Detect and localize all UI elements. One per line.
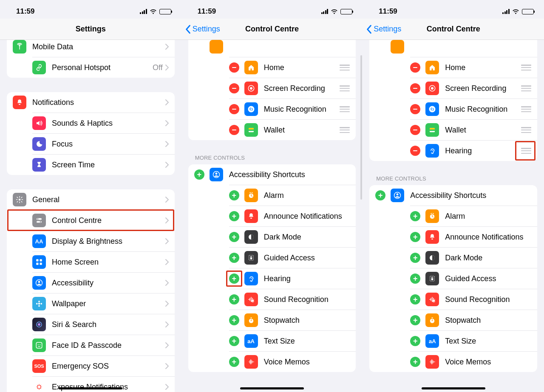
cc-row-accessibility-shortcuts[interactable]: Accessibility Shortcuts <box>188 164 356 185</box>
add-button[interactable] <box>229 190 239 200</box>
cc-row-stopwatch[interactable]: Stopwatch <box>410 310 537 330</box>
add-button[interactable] <box>410 336 420 346</box>
remove-button[interactable] <box>410 104 420 114</box>
remove-button[interactable] <box>410 83 420 93</box>
settings-row-screen-time[interactable]: Screen Time <box>32 154 175 175</box>
chevron-right-icon <box>165 384 169 390</box>
settings-row-notifications[interactable]: Notifications <box>7 92 175 113</box>
cc-row-guided-access[interactable]: Guided Access <box>410 268 537 289</box>
back-button[interactable]: Settings <box>366 25 401 34</box>
cc-row-home[interactable]: Home <box>410 57 537 78</box>
drag-handle-icon[interactable] <box>521 64 531 71</box>
settings-row-home-screen[interactable]: Home Screen <box>32 251 175 272</box>
remove-button[interactable] <box>410 125 420 135</box>
row-label: Home <box>264 63 340 72</box>
add-button[interactable] <box>229 315 239 325</box>
settings-row-accessibility[interactable]: Accessibility <box>32 272 175 293</box>
status-bar: 11:59 <box>181 0 363 19</box>
drag-handle-icon[interactable] <box>340 126 350 134</box>
cc-row-guided-access[interactable]: Guided Access <box>229 247 356 268</box>
add-button[interactable] <box>410 315 420 325</box>
add-button[interactable] <box>410 253 420 263</box>
settings-row-control-centre[interactable]: Control Centre <box>32 210 175 231</box>
settings-row-sounds[interactable]: Sounds & Haptics <box>32 113 175 133</box>
drag-handle-icon[interactable] <box>521 105 531 113</box>
add-button[interactable] <box>194 169 204 180</box>
cc-row-announce-notifications[interactable]: Announce Notifications <box>229 206 356 226</box>
scrollbar[interactable] <box>360 55 362 200</box>
cc-row-music-recognition[interactable]: Music Recognition <box>410 99 537 119</box>
row-label: Music Recognition <box>264 105 340 114</box>
cc-row-voice-memos[interactable]: Voice Memos <box>410 351 537 372</box>
cc-row-text-size[interactable]: aAText Size <box>229 330 356 351</box>
cc-row-home[interactable]: Home <box>229 57 356 78</box>
cc-row-wallet[interactable]: Wallet <box>410 119 537 140</box>
settings-row-emergency[interactable]: SOSEmergency SOS <box>32 355 175 376</box>
settings-row-personal-hotspot[interactable]: Personal HotspotOff <box>32 57 175 78</box>
nav-header: Settings Control Centre <box>363 19 544 40</box>
cc-row-dark-mode[interactable]: Dark Mode <box>410 247 537 268</box>
add-button[interactable] <box>229 253 239 263</box>
cc-row-announce-notifications[interactable]: Announce Notifications <box>410 226 537 247</box>
add-button[interactable] <box>229 336 239 346</box>
cc-row-stopwatch[interactable]: Stopwatch <box>229 310 356 330</box>
add-button[interactable] <box>229 232 239 242</box>
remove-button[interactable] <box>229 62 239 73</box>
settings-row-wallpaper[interactable]: Wallpaper <box>32 293 175 314</box>
chevron-right-icon <box>165 141 169 147</box>
remove-button[interactable] <box>229 125 239 135</box>
cc-row-screen-recording[interactable]: Screen Recording <box>410 78 537 99</box>
cc-row-voice-memos[interactable]: Voice Memos <box>229 351 356 372</box>
settings-row-focus[interactable]: Focus <box>32 133 175 154</box>
row-label: Notifications <box>32 98 165 107</box>
drag-handle-icon[interactable] <box>340 105 350 113</box>
cc-row-alarm[interactable]: Alarm <box>229 185 356 206</box>
add-button[interactable] <box>410 211 420 221</box>
add-button[interactable] <box>410 232 420 242</box>
partial-icon <box>210 40 223 54</box>
ear-icon <box>244 272 258 285</box>
remove-button[interactable] <box>410 62 420 73</box>
add-button[interactable] <box>410 357 420 367</box>
remove-button[interactable] <box>410 146 420 156</box>
cc-row-text-size[interactable]: aAText Size <box>410 330 537 351</box>
cc-row-screen-recording[interactable]: Screen Recording <box>229 78 356 99</box>
drag-handle-icon[interactable] <box>521 147 531 155</box>
drag-handle-icon[interactable] <box>521 126 531 134</box>
settings-row-general[interactable]: General <box>7 189 175 210</box>
drag-handle-icon[interactable] <box>340 64 350 71</box>
cc-row-hearing[interactable]: Hearing <box>410 140 537 161</box>
back-button[interactable]: Settings <box>185 25 220 34</box>
svg-rect-44 <box>430 130 435 131</box>
add-button[interactable] <box>229 211 239 221</box>
add-button[interactable] <box>410 274 420 284</box>
drag-handle-icon[interactable] <box>340 85 350 92</box>
row-label: Voice Memos <box>264 358 350 367</box>
settings-row-display-brightness[interactable]: AADisplay & Brightness <box>32 231 175 251</box>
settings-row-siri[interactable]: Siri & Search <box>32 314 175 335</box>
add-button[interactable] <box>229 294 239 305</box>
cc-row-accessibility-shortcuts[interactable]: Accessibility Shortcuts <box>369 185 537 206</box>
chevron-right-icon <box>165 99 169 105</box>
cc-row-dark-mode[interactable]: Dark Mode <box>229 226 356 247</box>
add-button[interactable] <box>410 294 420 305</box>
cc-row-hearing[interactable]: Hearing <box>229 268 356 289</box>
battery-icon <box>159 9 171 14</box>
remove-button[interactable] <box>229 83 239 93</box>
settings-row-mobile-data[interactable]: Mobile Data <box>7 40 175 57</box>
cc-row-sound-recognition[interactable]: Sound Recognition <box>229 289 356 310</box>
remove-button[interactable] <box>229 104 239 114</box>
cc-row-sound-recognition[interactable]: Sound Recognition <box>410 289 537 310</box>
drag-handle-icon[interactable] <box>521 85 531 92</box>
add-button[interactable] <box>229 274 239 284</box>
svg-point-12 <box>38 303 40 305</box>
cc-row-music-recognition[interactable]: Music Recognition <box>229 99 356 119</box>
row-label: Text Size <box>445 337 531 346</box>
more-controls-header: MORE CONTROLS <box>195 155 349 161</box>
add-button[interactable] <box>229 357 239 367</box>
add-button[interactable] <box>375 190 385 200</box>
cc-row-wallet[interactable]: Wallet <box>229 119 356 140</box>
settings-row-exposure[interactable]: Exposure Notifications <box>32 376 175 392</box>
cc-row-alarm[interactable]: Alarm <box>410 206 537 226</box>
settings-row-faceid[interactable]: Face ID & Passcode <box>32 335 175 355</box>
